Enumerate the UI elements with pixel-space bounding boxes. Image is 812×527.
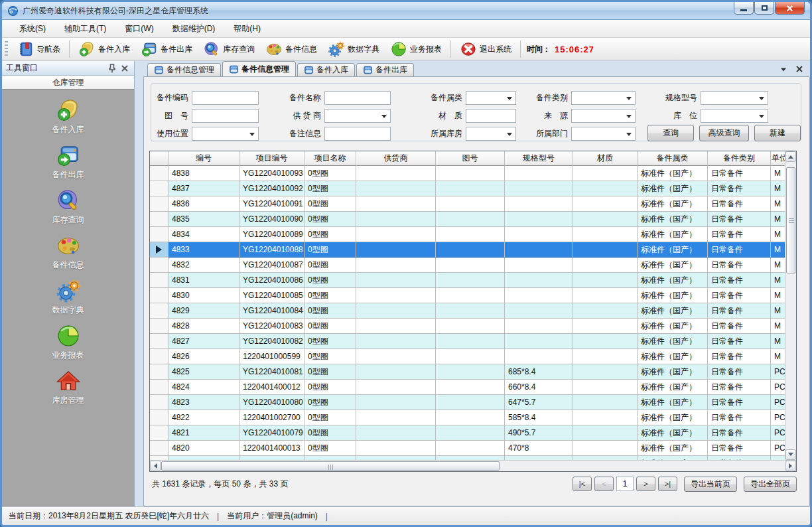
horizontal-scroll-thumb[interactable] (161, 461, 500, 471)
material-input[interactable] (466, 109, 516, 123)
row-selector-cell[interactable] (150, 227, 169, 242)
column-header-4[interactable]: 图号 (436, 151, 505, 166)
part-category-select[interactable] (571, 91, 636, 105)
next-page-button[interactable]: > (636, 477, 655, 491)
table-row[interactable]: 4827YG122040100820型圈标准件（国产）日常备件M (150, 334, 786, 349)
advanced-query-button[interactable]: 高级查询 (699, 125, 749, 141)
row-selector-cell[interactable] (150, 319, 169, 334)
export-current-page-button[interactable]: 导出当前页 (684, 477, 737, 492)
table-row[interactable]: 4837YG122040100920型圈标准件（国产）日常备件M (150, 181, 786, 196)
column-header-1[interactable]: 项目编号 (239, 151, 304, 166)
column-header-8[interactable]: 备件类别 (708, 151, 771, 166)
sidebar-item-parts-info[interactable]: 备件信息 (2, 233, 134, 278)
last-page-button[interactable]: >| (658, 477, 677, 491)
prev-page-button[interactable]: < (594, 477, 614, 491)
scroll-left-button[interactable] (150, 461, 161, 471)
column-header-0[interactable]: 编号 (169, 151, 239, 166)
row-selector-cell[interactable] (150, 242, 169, 258)
row-selector-cell[interactable] (150, 395, 169, 410)
data-dict-button[interactable]: 数据字典 (322, 39, 385, 59)
table-row[interactable]: 4835YG122040100900型圈标准件（国产）日常备件M (150, 212, 786, 227)
menu-item[interactable]: 窗口(W) (118, 21, 160, 37)
table-row[interactable]: 4833YG122040100880型圈标准件（国产）日常备件M (150, 242, 786, 258)
tab-2[interactable]: 备件入库 (297, 63, 355, 76)
column-header-2[interactable]: 项目名称 (304, 151, 356, 166)
splitter[interactable] (135, 61, 143, 506)
row-selector-cell[interactable] (150, 380, 169, 395)
table-row[interactable]: 482212204010027000型圈585*8.4标准件（国产）日常备件PC (150, 410, 786, 425)
close-panel-icon[interactable] (119, 63, 130, 74)
menu-item[interactable]: 辅助工具(T) (58, 21, 113, 37)
table-row[interactable]: 4825YG122040100810型圈685*8.4标准件（国产）日常备件PC (150, 364, 786, 380)
close-button[interactable] (775, 2, 805, 15)
table-row[interactable]: 482412204014000120型圈660*8.4标准件（国产）日常备件PC (150, 380, 786, 395)
exit-button[interactable]: 退出系统 (454, 39, 517, 59)
stock-query-button[interactable]: 库存查询 (198, 39, 260, 59)
supplier-select[interactable] (324, 109, 391, 123)
sidebar-item-data-dict[interactable]: 数据字典 (2, 278, 134, 323)
part-code-input[interactable] (192, 91, 259, 105)
column-header-3[interactable]: 供货商 (356, 151, 436, 166)
sidebar-item-report[interactable]: 业务报表 (2, 323, 134, 368)
warehouse-select[interactable] (466, 127, 516, 141)
sidebar-item-parts-out[interactable]: 备件出库 (2, 143, 134, 188)
menu-item[interactable]: 系统(S) (13, 21, 52, 37)
table-row[interactable]: 4831YG122040100860型圈标准件（国产）日常备件M (150, 273, 786, 288)
row-selector-cell[interactable] (150, 196, 169, 212)
title-bar[interactable]: 广州爱奇迪软件科技有限公司-深田之星仓库管理系统 (2, 2, 810, 20)
row-selector-cell[interactable] (150, 364, 169, 380)
navigator-button[interactable]: 导航条 (11, 39, 66, 59)
toolbar-grip[interactable] (5, 41, 8, 57)
page-number-input[interactable] (616, 477, 634, 491)
sidebar-item-warehouse[interactable]: 库房管理 (2, 368, 134, 414)
table-row[interactable]: 4830YG122040100850型圈标准件（国产）日常备件M (150, 288, 786, 303)
parts-out-button[interactable]: 备件出库 (135, 39, 198, 59)
use-position-select[interactable] (192, 127, 259, 141)
table-row[interactable]: 482012204014000130型圈470*8标准件（国产）日常备件PC (150, 441, 786, 456)
sidebar-item-stock-query[interactable]: 库存查询 (2, 188, 134, 233)
scroll-down-button[interactable] (785, 449, 796, 460)
maximize-button[interactable] (754, 2, 774, 15)
spec-model-select[interactable] (701, 91, 768, 105)
table-row[interactable]: 4823YG122040100800型圈647*5.7标准件（国产）日常备件PC (150, 395, 786, 410)
column-header-5[interactable]: 规格型号 (505, 151, 573, 166)
tab-0[interactable]: 备件信息管理 (147, 63, 221, 76)
export-all-pages-button[interactable]: 导出全部页 (744, 477, 797, 492)
table-row[interactable]: 4836YG122040100910型圈标准件（国产）日常备件M (150, 196, 786, 212)
row-selector-cell[interactable] (150, 166, 169, 181)
table-row[interactable]: 4821YG122040100790型圈490*5.7标准件（国产）日常备件PC (150, 425, 786, 441)
close-tab-icon[interactable] (794, 64, 805, 74)
department-select[interactable] (571, 127, 636, 141)
table-row[interactable]: 4832YG122040100870型圈标准件（国产）日常备件M (150, 258, 786, 273)
minimize-button[interactable] (734, 2, 754, 15)
menu-item[interactable]: 数据维护(D) (166, 21, 222, 37)
vertical-scroll-thumb[interactable] (786, 167, 795, 273)
menu-item[interactable]: 帮助(H) (227, 21, 267, 37)
row-selector-cell[interactable] (150, 273, 169, 288)
table-row[interactable]: 4829YG122040100840型圈标准件（国产）日常备件M (150, 303, 786, 319)
source-select[interactable] (571, 109, 636, 123)
row-selector-cell[interactable] (150, 334, 169, 349)
table-row[interactable]: 4828YG122040100830型圈标准件（国产）日常备件M (150, 319, 786, 334)
row-selector-cell[interactable] (150, 425, 169, 441)
remark-input[interactable] (324, 127, 391, 141)
row-selector-cell[interactable] (150, 441, 169, 456)
tab-3[interactable]: 备件出库 (356, 63, 414, 76)
chevron-down-icon[interactable] (778, 64, 789, 74)
table-row[interactable]: 4834YG122040100890型圈标准件（国产）日常备件M (150, 227, 786, 242)
scroll-right-button[interactable] (785, 461, 796, 471)
row-selector-cell[interactable] (150, 181, 169, 196)
sidebar-section-warehouse[interactable]: 仓库管理 (2, 76, 134, 90)
column-header-7[interactable]: 备件属类 (638, 151, 708, 166)
row-selector-cell[interactable] (150, 258, 169, 273)
parts-info-button[interactable]: 备件信息 (260, 39, 322, 59)
query-button[interactable]: 查询 (647, 125, 694, 141)
vertical-scrollbar[interactable] (785, 151, 796, 460)
bin-location-select[interactable] (701, 109, 768, 123)
row-selector-cell[interactable] (150, 410, 169, 425)
table-row[interactable]: 482612204010005990型圈标准件（国产）日常备件M (150, 349, 786, 364)
scroll-up-button[interactable] (785, 151, 796, 162)
parts-in-button[interactable]: 备件入库 (73, 39, 135, 59)
drawing-no-input[interactable] (192, 109, 259, 123)
report-button[interactable]: 业务报表 (385, 39, 447, 59)
